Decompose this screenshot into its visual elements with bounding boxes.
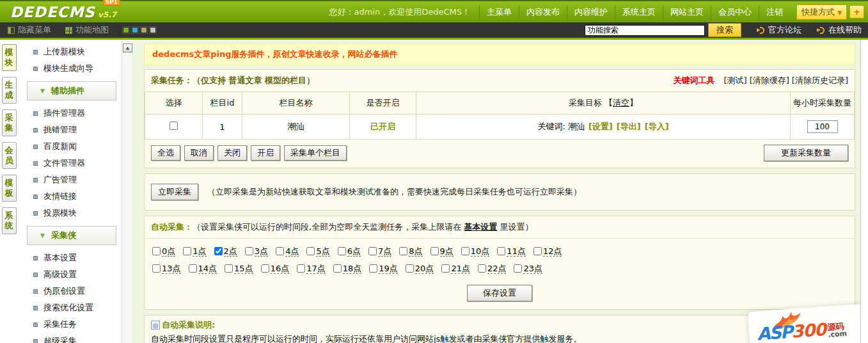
scroll-up-button[interactable]: ▲ [123,44,132,52]
menu-item-挑错管理[interactable]: 挑错管理 [18,122,122,138]
hour-checkbox-5点[interactable]: 5点 [306,246,329,257]
target-link[interactable]: [导入] [645,122,669,131]
hour-checkbox-input-3点[interactable] [245,247,253,255]
collect-now-button[interactable]: 立即采集 [151,184,198,200]
menu-item-上传新模块[interactable]: 上传新模块 [18,44,122,60]
keyword-link[interactable]: [清除缓存] [750,76,789,85]
menu-item-高级设置[interactable]: 高级设置 [18,266,122,283]
hour-checkbox-input-2点[interactable] [214,247,223,255]
sidebar-tab-模块[interactable]: 模块 [2,44,17,71]
hour-checkbox-16点[interactable]: 16点 [261,264,290,274]
hour-checkbox-14点[interactable]: 14点 [189,264,217,274]
sidebar-tab-采集[interactable]: 采集 [2,109,17,136]
hour-checkbox-4点[interactable]: 4点 [276,246,299,257]
menu-scrollbar[interactable]: ▲ [122,40,132,343]
hour-checkbox-10点[interactable]: 10点 [461,246,490,257]
hour-checkbox-input-0点[interactable] [152,247,161,255]
hour-checkbox-12点[interactable]: 12点 [533,246,562,257]
menu-item-基本设置[interactable]: 基本设置 [18,250,122,266]
menu-item-超级采集[interactable]: 超级采集 [18,333,122,343]
menu-item-投票模块[interactable]: 投票模块 [18,205,122,221]
hour-checkbox-input-12点[interactable] [533,247,542,255]
hour-checkbox-input-4点[interactable] [276,247,284,255]
hour-checkbox-input-7点[interactable] [368,247,377,255]
hour-checkbox-13点[interactable]: 13点 [152,264,181,274]
skin-swatch-2[interactable] [132,27,138,33]
keyword-link[interactable]: [测试] [724,76,747,85]
hour-checkbox-9点[interactable]: 9点 [430,246,454,257]
skin-swatch-4[interactable] [150,27,156,33]
nav-item-主菜单[interactable]: 主菜单 [479,5,519,19]
online-help-link[interactable]: 在线帮助 [828,24,862,36]
task-button-全选[interactable]: 全选 [151,145,180,161]
hour-checkbox-1点[interactable]: 1点 [183,246,206,257]
menu-item-百度新闻[interactable]: 百度新闻 [18,138,122,155]
menu-item-广告管理[interactable]: 广告管理 [18,172,122,188]
hour-checkbox-input-6点[interactable] [338,247,346,255]
function-search-input[interactable] [585,25,705,36]
hour-checkbox-11点[interactable]: 11点 [497,246,526,257]
hour-checkbox-input-14点[interactable] [189,264,197,273]
hour-checkbox-17点[interactable]: 17点 [297,264,326,274]
hour-checkbox-23点[interactable]: 23点 [514,264,542,274]
hour-checkbox-22点[interactable]: 22点 [478,264,507,274]
hour-checkbox-input-19点[interactable] [369,264,377,273]
menu-group-header-采集侠[interactable]: ▼采集侠 [27,226,116,245]
hour-checkbox-input-17点[interactable] [297,264,305,273]
hour-checkbox-20点[interactable]: 20点 [406,264,434,274]
per-hour-input[interactable] [807,120,838,133]
sidebar-tab-会员[interactable]: 会员 [2,142,17,169]
menu-item-采集任务[interactable]: 采集任务 [18,316,122,333]
hour-checkbox-input-1点[interactable] [183,247,191,255]
hour-checkbox-input-22点[interactable] [478,264,486,273]
clear-target-link[interactable]: 清空 [613,98,629,108]
menu-item-插件管理器[interactable]: 插件管理器 [18,105,122,122]
keyword-link[interactable]: [清除历史记录] [792,76,848,85]
hour-checkbox-input-10点[interactable] [461,247,470,255]
function-map-button[interactable]: 功能地图 [65,24,109,36]
hour-checkbox-2点[interactable]: 2点 [214,246,237,257]
sidebar-tab-系统[interactable]: 系统 [2,207,17,234]
hour-checkbox-input-16点[interactable] [261,264,269,273]
hour-checkbox-input-23点[interactable] [514,264,522,273]
row-select-checkbox[interactable] [170,122,178,130]
hour-checkbox-input-21点[interactable] [441,264,450,273]
add-shortcut-button[interactable]: + [849,5,864,19]
nav-item-系统主页[interactable]: 系统主页 [615,5,663,19]
menu-item-伪原创设置[interactable]: 伪原创设置 [18,283,122,299]
hour-checkbox-input-13点[interactable] [152,264,161,273]
hour-checkbox-input-8点[interactable] [399,247,407,255]
hour-checkbox-0点[interactable]: 0点 [152,246,175,257]
menu-item-模块生成向导[interactable]: 模块生成向导 [18,60,122,77]
hour-checkbox-18点[interactable]: 18点 [333,264,362,274]
hour-checkbox-3点[interactable]: 3点 [245,246,268,257]
task-button-采集单个栏目[interactable]: 采集单个栏目 [284,145,347,161]
target-link[interactable]: [导出] [617,122,641,131]
nav-item-网站主页[interactable]: 网站主页 [663,5,711,19]
hide-menu-button[interactable]: 隐藏菜单 [8,24,51,36]
task-button-关闭[interactable]: 关闭 [217,145,247,161]
menu-item-搜索优化设置[interactable]: 搜索优化设置 [18,299,122,316]
target-link[interactable]: [设置] [588,122,613,131]
sidebar-tab-模板[interactable]: 模板 [2,175,17,202]
hour-checkbox-6点[interactable]: 6点 [338,246,361,257]
hour-checkbox-input-9点[interactable] [430,247,439,255]
hour-checkbox-21点[interactable]: 21点 [441,264,470,274]
menu-item-友情链接[interactable]: 友情链接 [18,188,122,205]
skin-swatch-3[interactable] [141,27,147,33]
hour-checkbox-input-5点[interactable] [306,247,315,255]
nav-item-会员中心[interactable]: 会员中心 [711,5,759,19]
hour-checkbox-input-11点[interactable] [497,247,505,255]
nav-item-注销[interactable]: 注销 [759,5,790,19]
official-forum-link[interactable]: 官方论坛 [768,24,801,36]
task-button-取消[interactable]: 取消 [184,145,214,161]
menu-item-文件管理器[interactable]: 文件管理器 [18,155,122,172]
update-count-button[interactable]: 更新采集数量 [764,145,848,161]
hour-checkbox-7点[interactable]: 7点 [368,246,391,257]
menu-group-header-辅助插件[interactable]: ▼辅助插件 [27,81,116,100]
quick-access-button[interactable]: 快捷方式 ▼ [796,4,847,20]
sidebar-tab-生成[interactable]: 生成 [2,77,17,104]
hour-checkbox-input-15点[interactable] [225,264,233,273]
hour-checkbox-input-20点[interactable] [406,264,414,273]
save-settings-button[interactable]: 保存设置 [467,285,532,301]
